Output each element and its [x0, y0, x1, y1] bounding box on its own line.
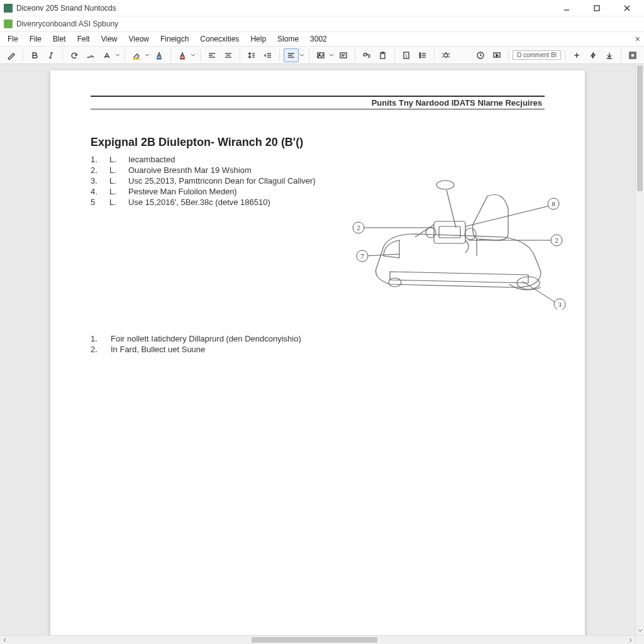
spec-num: 2. [91, 165, 99, 175]
signature-icon[interactable] [83, 48, 98, 62]
slideshow-icon[interactable] [489, 48, 504, 62]
toolbar-separator [279, 50, 280, 61]
object-dropdown[interactable] [313, 48, 335, 62]
menu-3002[interactable]: 3002 [305, 33, 332, 45]
menu-slome[interactable]: Slome [272, 33, 304, 45]
callout-label: 7 [360, 252, 364, 260]
style-dropdown[interactable] [99, 48, 121, 62]
scroll-down-icon[interactable] [636, 626, 644, 635]
svg-point-53 [436, 180, 454, 189]
callout-label: 8 [552, 200, 555, 208]
svg-line-45 [448, 57, 450, 57]
chevron-down-icon[interactable] [190, 53, 196, 58]
vertical-scrollbar[interactable] [635, 64, 644, 635]
close-button[interactable] [618, 2, 636, 14]
menu-vieow[interactable]: Vieow [124, 33, 154, 45]
toolbar-separator [508, 50, 509, 61]
menu-fineigch[interactable]: Fineigch [155, 33, 194, 45]
menu-file[interactable]: File [25, 33, 47, 45]
bolt-icon[interactable] [586, 48, 601, 62]
spec-lead: L. [109, 176, 118, 186]
minimize-button[interactable] [557, 2, 576, 14]
horizontal-scrollbar[interactable] [0, 635, 635, 644]
svg-line-43 [448, 53, 450, 54]
paragraph-dropdown[interactable] [284, 48, 305, 62]
textbox-icon[interactable] [336, 48, 351, 62]
spec-text: Use 15,2016', 5Ber.38c (detve 186510) [128, 197, 270, 207]
toolbar-separator [200, 50, 201, 61]
spec-text: Pesteve Man Fuloilon Meden) [128, 187, 237, 196]
italic-icon[interactable] [43, 48, 58, 62]
svg-rect-1 [594, 6, 599, 11]
spec-num: 5 [91, 197, 99, 207]
image-icon[interactable] [313, 48, 328, 62]
menu-blet[interactable]: Blet [48, 33, 71, 45]
svg-line-59 [365, 254, 399, 256]
document-close-icon[interactable]: × [635, 34, 640, 44]
textcolor-icon[interactable] [175, 48, 190, 62]
toolbar-separator [355, 50, 355, 61]
download-icon[interactable] [602, 48, 617, 62]
toolbar-separator [62, 50, 63, 61]
document-subtitle: Divenryconboandl ASI Spbuny [16, 19, 118, 28]
menu-conecxities[interactable]: Conecxities [195, 33, 244, 45]
svg-line-44 [442, 57, 443, 57]
align-left-icon[interactable] [204, 48, 219, 62]
spec-text: Ouaroive Bresnth Mar 19 Wshiom [128, 165, 252, 175]
note-row: 2. In Fard, Bullect uet Suune [91, 344, 545, 355]
clock-icon[interactable] [473, 48, 488, 62]
spec-lead: L. [109, 165, 118, 175]
chevron-down-icon[interactable] [328, 53, 335, 58]
paragraph-align-icon[interactable] [284, 48, 299, 62]
highlight-icon[interactable] [129, 48, 144, 62]
scroll-corner [635, 635, 644, 644]
add-icon[interactable] [569, 48, 584, 62]
spec-lead: L. [109, 197, 118, 207]
document-workspace[interactable]: Punits Tny Nardood IDATS Nlarne Recjuire… [0, 64, 635, 635]
pen-icon[interactable] [4, 48, 19, 62]
list-icon[interactable] [415, 48, 430, 62]
page-number-icon[interactable]: 1 [399, 48, 414, 62]
svg-point-57 [465, 228, 476, 240]
spec-lead: L. [109, 187, 118, 196]
zoom-dropdown[interactable]: D comment Bl [513, 50, 561, 60]
fullscreen-icon[interactable] [625, 48, 640, 62]
svg-rect-27 [340, 53, 347, 58]
fontcolor-icon[interactable] [152, 48, 167, 62]
bold-icon[interactable] [27, 48, 42, 62]
chevron-down-icon[interactable] [299, 53, 305, 58]
menu-felt[interactable]: Felt [72, 33, 95, 45]
scroll-right-icon[interactable] [626, 636, 635, 644]
toolbar-separator [309, 50, 309, 61]
linespacing-icon[interactable] [244, 48, 259, 62]
horizontal-scroll-thumb[interactable] [252, 637, 377, 643]
document-subbar: Divenryconboandl ASI Spbuny [0, 16, 644, 31]
app-icon [4, 4, 13, 13]
toolbar-separator [394, 50, 395, 61]
align-center-icon[interactable] [221, 48, 236, 62]
style-icon[interactable] [99, 48, 114, 62]
bug-icon[interactable] [438, 48, 453, 62]
menu-fle[interactable]: Fle [3, 33, 23, 45]
toolbar-separator [434, 50, 435, 61]
svg-rect-55 [439, 226, 460, 238]
window-controls [557, 2, 640, 14]
textcolor-dropdown[interactable] [175, 48, 196, 62]
clipboard-icon[interactable] [375, 48, 391, 62]
svg-rect-51 [631, 53, 635, 57]
highlight-dropdown[interactable] [129, 48, 150, 62]
menu-help[interactable]: Help [245, 33, 271, 45]
menu-view[interactable]: View [96, 33, 123, 45]
vertical-scroll-thumb[interactable] [637, 65, 643, 191]
indent-decrease-icon[interactable] [260, 48, 275, 62]
link-icon[interactable] [359, 48, 374, 62]
chevron-down-icon[interactable] [114, 53, 121, 58]
svg-point-58 [389, 278, 401, 287]
svg-line-42 [442, 53, 443, 54]
scroll-left-icon[interactable] [0, 636, 9, 644]
refresh-icon[interactable] [67, 48, 82, 62]
spec-text: Usc 25,2013, Pamttriconn Dean for Cllagu… [128, 176, 316, 186]
document-icon [4, 19, 13, 28]
maximize-button[interactable] [587, 2, 606, 14]
chevron-down-icon[interactable] [144, 53, 150, 58]
